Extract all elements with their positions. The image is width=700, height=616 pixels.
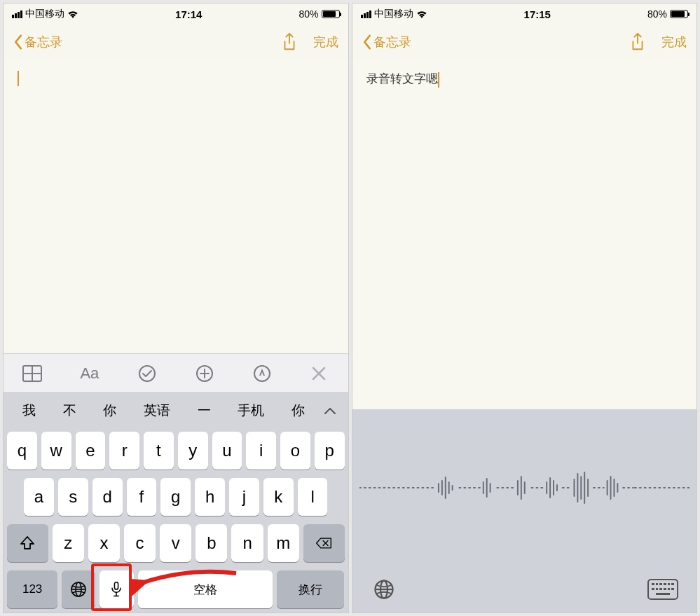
key-t[interactable]: t [144, 432, 174, 470]
battery-icon [670, 10, 688, 18]
key-row-2: a s d f g h j k l [7, 478, 345, 516]
key-m[interactable]: m [268, 524, 299, 562]
phone-left: 中国移动 17:14 80% 备忘录 完成 Aa [3, 3, 349, 613]
markup-icon[interactable] [252, 363, 273, 384]
chevron-left-icon [13, 34, 23, 50]
key-y[interactable]: y [178, 432, 208, 470]
key-a[interactable]: a [24, 478, 54, 516]
add-icon[interactable] [194, 363, 215, 384]
battery-percent: 80% [298, 8, 318, 20]
note-text: 录音转文字嗯 [366, 72, 438, 85]
status-time: 17:14 [175, 8, 202, 20]
checklist-icon[interactable] [137, 363, 158, 384]
key-g[interactable]: g [160, 478, 191, 516]
key-q[interactable]: q [7, 432, 37, 470]
backspace-icon [315, 535, 332, 552]
text-cursor [18, 71, 19, 86]
key-v[interactable]: v [160, 524, 191, 562]
share-icon[interactable] [629, 32, 646, 52]
nav-bar: 备忘录 完成 [4, 25, 348, 60]
key-i[interactable]: i [246, 432, 276, 470]
key-n[interactable]: n [231, 524, 263, 562]
key-s[interactable]: s [58, 478, 88, 516]
status-bar: 中国移动 17:14 80% [4, 4, 348, 25]
globe-icon [70, 581, 87, 598]
key-h[interactable]: h [195, 478, 225, 516]
shift-icon [19, 535, 36, 552]
key-e[interactable]: e [76, 432, 106, 470]
nav-right: 完成 [281, 32, 338, 52]
backspace-key[interactable] [303, 524, 345, 562]
battery-indicator: 80% [298, 8, 339, 20]
keyboard: q w e r t y u i o p a s d f g h j k l z [4, 427, 348, 612]
key-x[interactable]: x [88, 524, 120, 562]
done-button[interactable]: 完成 [661, 34, 687, 50]
status-right: 80% [647, 8, 688, 20]
language-button[interactable] [371, 576, 397, 603]
text-format-button[interactable]: Aa [79, 363, 100, 384]
candidate-item[interactable]: 不 [49, 402, 89, 420]
shift-key[interactable] [7, 524, 48, 562]
candidate-item[interactable]: 手机 [224, 402, 278, 420]
text-cursor [438, 72, 439, 88]
status-right: 80% [298, 8, 339, 20]
chevron-left-icon [362, 34, 372, 50]
key-j[interactable]: j [229, 478, 259, 516]
battery-indicator: 80% [647, 8, 688, 20]
svg-point-3 [139, 366, 155, 381]
globe-key[interactable] [62, 570, 95, 608]
format-toolbar: Aa [4, 353, 348, 392]
carrier-label: 中国移动 [374, 8, 413, 20]
battery-percent: 80% [647, 8, 667, 20]
candidate-expand-icon[interactable] [318, 399, 342, 423]
share-icon[interactable] [281, 32, 298, 52]
key-r[interactable]: r [109, 432, 139, 470]
svg-point-7 [254, 366, 270, 381]
status-left: 中国移动 [12, 8, 78, 20]
table-icon[interactable] [22, 363, 43, 384]
dictation-key[interactable] [99, 570, 133, 608]
key-b[interactable]: b [195, 524, 227, 562]
status-bar: 中国移动 17:15 80% [352, 4, 697, 25]
return-key[interactable]: 换行 [277, 570, 344, 608]
back-button[interactable]: 备忘录 [13, 34, 62, 50]
keyboard-button[interactable] [647, 579, 678, 600]
microphone-icon [108, 581, 125, 598]
dictation-waveform [352, 409, 697, 566]
wifi-icon [67, 10, 78, 18]
battery-icon [322, 10, 340, 18]
space-key[interactable]: 空格 [138, 570, 273, 608]
key-k[interactable]: k [263, 478, 294, 516]
key-p[interactable]: p [315, 432, 345, 470]
dictation-controls [352, 566, 697, 612]
signal-icon [12, 11, 22, 18]
key-d[interactable]: d [92, 478, 123, 516]
back-label: 备忘录 [25, 34, 62, 50]
candidate-item[interactable]: 英语 [130, 402, 184, 420]
nav-right: 完成 [629, 32, 687, 52]
key-c[interactable]: c [124, 524, 156, 562]
key-l[interactable]: l [298, 478, 328, 516]
close-icon[interactable] [308, 363, 329, 384]
note-editor[interactable] [4, 60, 348, 353]
back-label: 备忘录 [373, 34, 411, 50]
key-f[interactable]: f [127, 478, 157, 516]
done-button[interactable]: 完成 [313, 34, 338, 50]
svg-rect-15 [115, 582, 118, 589]
candidate-bar: 我 不 你 英语 一 手机 你 [4, 392, 348, 427]
candidate-item[interactable]: 你 [278, 402, 318, 420]
note-editor[interactable]: 录音转文字嗯 [352, 60, 697, 409]
candidate-item[interactable]: 一 [184, 402, 224, 420]
key-u[interactable]: u [212, 432, 242, 470]
candidate-item[interactable]: 我 [9, 402, 49, 420]
number-key[interactable]: 123 [7, 570, 57, 608]
key-w[interactable]: w [41, 432, 71, 470]
status-time: 17:15 [524, 8, 551, 20]
globe-icon [373, 579, 394, 600]
candidate-item[interactable]: 你 [90, 402, 130, 420]
key-row-4: 123 空格 换行 [7, 570, 345, 608]
status-left: 中国移动 [361, 8, 427, 20]
key-o[interactable]: o [280, 432, 310, 470]
key-z[interactable]: z [53, 524, 84, 562]
back-button[interactable]: 备忘录 [362, 34, 411, 50]
